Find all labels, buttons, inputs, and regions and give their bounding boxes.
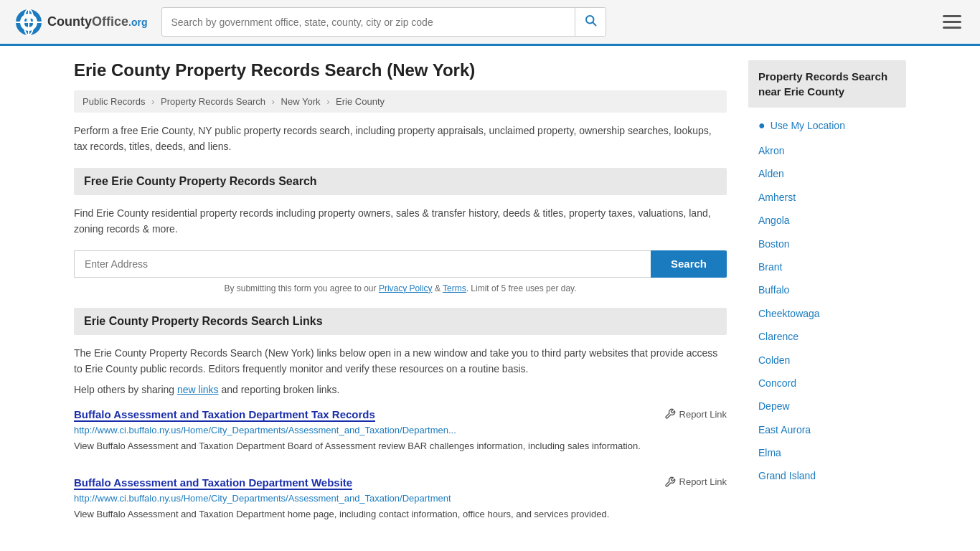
record-link-item-2: Buffalo Assessment and Taxation Departme… <box>74 476 727 529</box>
menu-line-3 <box>943 27 961 29</box>
search-icon <box>584 14 597 27</box>
sidebar: Property Records Search near Erie County… <box>748 60 906 544</box>
logo-text: CountyOffice.org <box>47 14 147 29</box>
record-url-2[interactable]: http://www.ci.buffalo.ny.us/Home/City_De… <box>74 493 727 504</box>
report-label-2: Report Link <box>679 476 727 487</box>
record-link-title-1[interactable]: Buffalo Assessment and Taxation Departme… <box>74 408 375 422</box>
breadcrumb-public-records[interactable]: Public Records <box>83 96 145 107</box>
menu-line-2 <box>943 21 961 23</box>
sidebar-city-amherst[interactable]: Amherst <box>748 186 906 209</box>
breadcrumb-property-records-search[interactable]: Property Records Search <box>161 96 265 107</box>
record-url-1[interactable]: http://www.ci.buffalo.ny.us/Home/City_De… <box>74 425 727 435</box>
wrench-icon-2 <box>664 476 676 488</box>
menu-line-1 <box>943 15 961 17</box>
sidebar-city-elma[interactable]: Elma <box>748 441 906 464</box>
breadcrumb-sep-1: › <box>151 96 154 107</box>
report-label-1: Report Link <box>679 409 727 420</box>
record-link-header-2: Buffalo Assessment and Taxation Departme… <box>74 476 727 490</box>
free-search-heading: Free Erie County Property Records Search <box>74 168 727 195</box>
report-link-button-2[interactable]: Report Link <box>664 476 727 488</box>
sidebar-city-colden[interactable]: Colden <box>748 349 906 372</box>
breadcrumb: Public Records › Property Records Search… <box>74 90 727 113</box>
address-search-form: Search <box>74 250 727 278</box>
main-content: Erie County Property Records Search (New… <box>74 60 727 544</box>
sidebar-header: Property Records Search near Erie County <box>748 60 906 108</box>
sidebar-city-angola[interactable]: Angola <box>748 209 906 232</box>
sidebar-city-cheektowaga[interactable]: Cheektowaga <box>748 302 906 325</box>
use-location-link[interactable]: ● Use My Location <box>748 115 906 136</box>
record-link-header-1: Buffalo Assessment and Taxation Departme… <box>74 408 727 422</box>
new-links-link[interactable]: new links <box>177 384 219 395</box>
wrench-icon-1 <box>664 408 676 420</box>
report-link-button-1[interactable]: Report Link <box>664 408 727 420</box>
logo-icon <box>14 8 43 37</box>
menu-button[interactable] <box>938 11 966 33</box>
terms-link[interactable]: Terms <box>443 283 466 293</box>
logo[interactable]: CountyOffice.org <box>14 8 147 37</box>
sidebar-city-akron[interactable]: Akron <box>748 139 906 162</box>
form-disclaimer: By submitting this form you agree to our… <box>74 283 727 293</box>
free-search-description: Find Erie County residential property re… <box>74 205 727 237</box>
sidebar-city-east-aurora[interactable]: East Aurora <box>748 418 906 441</box>
use-location-label: Use My Location <box>771 120 845 131</box>
sidebar-city-grand-island[interactable]: Grand Island <box>748 464 906 487</box>
sidebar-city-alden[interactable]: Alden <box>748 162 906 185</box>
breadcrumb-erie-county[interactable]: Erie County <box>336 96 385 107</box>
links-section-heading: Erie County Property Records Search Link… <box>74 308 727 335</box>
sidebar-city-concord[interactable]: Concord <box>748 372 906 395</box>
header-search-button[interactable] <box>575 8 606 36</box>
svg-line-8 <box>593 22 596 25</box>
share-links-text: Help others by sharing new links and rep… <box>74 384 727 395</box>
privacy-policy-link[interactable]: Privacy Policy <box>379 283 433 293</box>
record-link-title-2[interactable]: Buffalo Assessment and Taxation Departme… <box>74 476 352 490</box>
search-submit-button[interactable]: Search <box>651 250 727 278</box>
record-link-item-1: Buffalo Assessment and Taxation Departme… <box>74 408 727 461</box>
location-pin-icon: ● <box>758 119 765 132</box>
page-title: Erie County Property Records Search (New… <box>74 60 727 80</box>
sidebar-city-clarence[interactable]: Clarence <box>748 325 906 348</box>
record-desc-1: View Buffalo Assessment and Taxation Dep… <box>74 439 727 453</box>
links-description: The Erie County Property Records Search … <box>74 345 727 377</box>
header-search-input[interactable] <box>162 11 575 34</box>
sidebar-city-brant[interactable]: Brant <box>748 255 906 278</box>
breadcrumb-sep-2: › <box>272 96 275 107</box>
sidebar-city-buffalo[interactable]: Buffalo <box>748 278 906 301</box>
intro-description: Perform a free Erie County, NY public pr… <box>74 123 727 155</box>
header-search-bar <box>161 7 606 37</box>
record-desc-2: View Buffalo Assessment and Taxation Dep… <box>74 507 727 522</box>
sidebar-city-boston[interactable]: Boston <box>748 232 906 255</box>
address-input[interactable] <box>74 250 651 278</box>
breadcrumb-sep-3: › <box>326 96 329 107</box>
breadcrumb-new-york[interactable]: New York <box>281 96 321 107</box>
sidebar-city-depew[interactable]: Depew <box>748 395 906 418</box>
